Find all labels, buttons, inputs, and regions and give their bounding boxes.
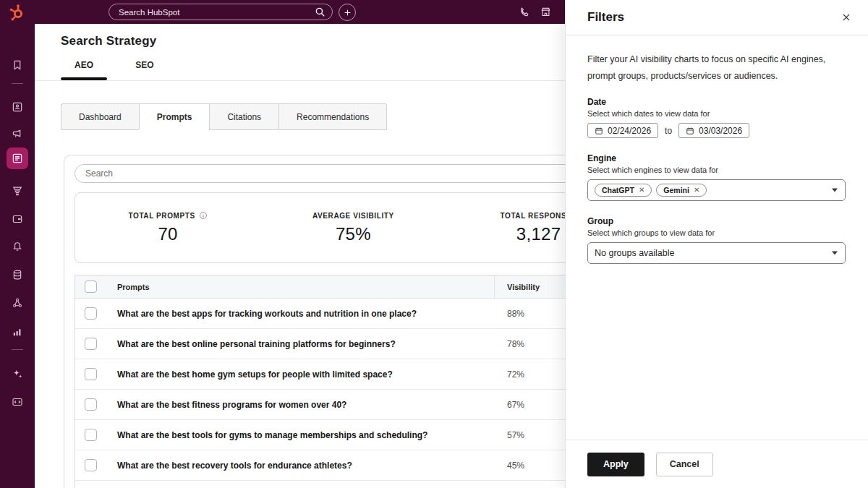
close-panel-button[interactable]	[838, 9, 854, 25]
global-search-input[interactable]	[109, 4, 333, 20]
ai-sparkle-icon	[11, 367, 24, 380]
date-label: Date	[587, 97, 846, 107]
sidebar-item-commerce[interactable]	[0, 208, 35, 230]
network-icon	[11, 296, 24, 309]
filter-section-group: Group Select which groups to view data f…	[587, 216, 846, 264]
search-icon[interactable]	[314, 6, 326, 18]
column-divider	[494, 275, 495, 299]
info-icon[interactable]	[199, 211, 208, 220]
page-title: Search Strategy	[61, 34, 156, 48]
prompt-text[interactable]: What are the best apps for tracking work…	[117, 309, 484, 319]
bookmark-icon	[11, 59, 24, 72]
prompt-text[interactable]: What are the best home gym setups for pe…	[117, 369, 484, 380]
sidebar-item-sales[interactable]	[0, 180, 35, 202]
row-checkbox[interactable]	[85, 459, 97, 471]
sidebar-item-ai[interactable]	[0, 363, 35, 385]
filters-description: Filter your AI visibility charts to focu…	[587, 51, 846, 85]
funnel-icon	[11, 184, 24, 197]
visibility-value: 57%	[507, 430, 524, 440]
filters-panel-footer: Apply Cancel	[566, 440, 868, 488]
row-checkbox[interactable]	[85, 398, 97, 411]
filters-title: Filters	[587, 10, 624, 25]
sidebar-item-content-active[interactable]	[7, 147, 28, 169]
stat-label: AVERAGE VISIBILITY	[312, 212, 394, 220]
visibility-value: 67%	[507, 400, 524, 410]
column-header-visibility: Visibility	[507, 283, 540, 291]
date-to-input[interactable]: 03/03/2026	[678, 123, 749, 138]
subtab-dashboard[interactable]: Dashboard	[61, 103, 139, 130]
subtab-prompts[interactable]: Prompts	[139, 103, 210, 130]
stat-value: 3,127	[516, 224, 561, 244]
sidebar-item-reporting[interactable]	[0, 321, 35, 343]
stat-average-visibility: AVERAGE VISIBILITY 75%	[260, 193, 446, 262]
filter-section-date: Date Select which dates to view data for…	[587, 97, 846, 138]
column-header-prompts: Prompts	[117, 283, 150, 291]
row-checkbox[interactable]	[85, 307, 97, 320]
date-from-input[interactable]: 02/24/2026	[587, 123, 658, 138]
tab-aeo[interactable]: AEO	[61, 60, 107, 70]
sidebar-item-automation[interactable]	[0, 236, 35, 257]
view-subtabs: Dashboard Prompts Citations Recommendati…	[61, 103, 387, 130]
sidebar-item-integrations[interactable]	[0, 292, 35, 314]
group-label: Group	[587, 216, 846, 226]
date-from-value: 02/24/2026	[608, 126, 651, 136]
sidebar-item-bookmarks[interactable]	[0, 54, 35, 76]
contact-card-icon	[11, 100, 24, 114]
engine-multiselect[interactable]: ChatGPT ✕ Gemini ✕	[587, 179, 846, 201]
apply-button[interactable]: Apply	[587, 453, 644, 476]
stat-label: TOTAL PROMPTS	[129, 212, 195, 220]
engine-tag-gemini: Gemini ✕	[656, 184, 707, 197]
sidebar-item-contacts[interactable]	[0, 96, 35, 118]
close-icon	[841, 12, 852, 23]
group-select[interactable]: No groups available	[587, 242, 846, 264]
tag-label: ChatGPT	[602, 186, 634, 194]
engine-label: Engine	[587, 153, 846, 163]
bar-chart-icon	[11, 325, 24, 338]
phone-icon[interactable]	[518, 6, 530, 18]
select-all-checkbox[interactable]	[85, 281, 97, 293]
prompt-text[interactable]: What are the best online personal traini…	[117, 339, 484, 349]
filter-section-engine: Engine Select which engines to view data…	[587, 153, 846, 201]
bell-icon	[11, 240, 24, 253]
filters-panel: Filters Filter your AI visibility charts…	[565, 0, 868, 488]
subtab-recommendations[interactable]: Recommendations	[278, 103, 387, 130]
marketplace-icon[interactable]	[540, 6, 552, 18]
sidebar-item-data[interactable]	[0, 264, 35, 286]
engine-helper: Select which engines to view data for	[587, 166, 846, 174]
date-helper: Select which dates to view data for	[587, 109, 846, 118]
row-checkbox[interactable]	[85, 368, 97, 380]
hubspot-logo-icon[interactable]	[8, 3, 27, 22]
sidebar-divider	[12, 83, 23, 84]
top-nav-bar	[0, 0, 565, 24]
left-sidebar	[0, 24, 35, 488]
prompt-text[interactable]: What are the best fitness programs for w…	[117, 400, 484, 410]
tag-label: Gemini	[663, 186, 689, 194]
calendar-icon	[686, 127, 694, 135]
sidebar-item-developer[interactable]	[0, 391, 35, 413]
visibility-value: 88%	[507, 309, 524, 319]
sidebar-item-marketing[interactable]	[0, 124, 35, 145]
subtab-citations[interactable]: Citations	[209, 103, 278, 130]
create-button[interactable]	[339, 4, 356, 21]
visibility-value: 78%	[507, 339, 524, 349]
remove-tag-icon[interactable]: ✕	[639, 187, 644, 194]
database-icon	[11, 268, 24, 281]
remove-tag-icon[interactable]: ✕	[694, 187, 699, 194]
stat-total-prompts: TOTAL PROMPTS 70	[75, 193, 260, 262]
chevron-down-icon	[832, 252, 838, 255]
tab-seo[interactable]: SEO	[122, 60, 168, 70]
visibility-value: 45%	[507, 461, 524, 471]
date-joiner: to	[665, 126, 672, 136]
calendar-icon	[595, 127, 603, 135]
cancel-button[interactable]: Cancel	[656, 453, 713, 476]
sidebar-divider	[12, 349, 23, 350]
plus-icon	[343, 8, 352, 17]
megaphone-icon	[11, 128, 24, 141]
group-select-value: No groups available	[595, 248, 675, 258]
prompt-text[interactable]: What are the best recovery tools for end…	[117, 461, 484, 471]
engine-tag-chatgpt: ChatGPT ✕	[595, 184, 652, 197]
row-checkbox[interactable]	[85, 338, 97, 350]
row-checkbox[interactable]	[85, 429, 97, 441]
code-icon	[11, 395, 24, 408]
prompt-text[interactable]: What are the best tools for gyms to mana…	[117, 430, 484, 440]
